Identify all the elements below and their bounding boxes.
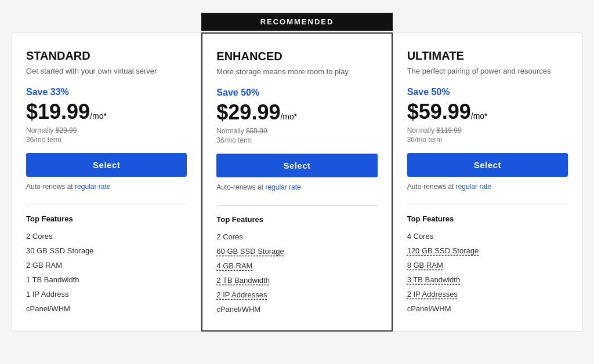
price-row-enhanced: $29.99 /mo*: [216, 100, 377, 125]
plan-description-ultimate: The perfect pairing of power and resourc…: [407, 66, 568, 77]
save-text-enhanced: Save 50%: [216, 88, 377, 98]
select-button-enhanced[interactable]: Select: [216, 154, 377, 177]
feature-item-enhanced-0: 2 Cores: [216, 230, 377, 244]
auto-renews-enhanced: Auto-renews at regular rate: [216, 183, 377, 191]
feature-item-standard-4: 1 IP Address: [26, 287, 187, 301]
feature-item-enhanced-4[interactable]: 2 IP Addresses: [216, 287, 377, 302]
select-button-standard[interactable]: Select: [26, 153, 187, 177]
feature-item-enhanced-1[interactable]: 60 GB SSD Storage: [216, 244, 377, 259]
feature-item-ultimate-5: cPanel/WHM: [407, 301, 568, 316]
top-features-label-ultimate: Top Features: [407, 214, 568, 223]
feature-item-standard-0: 2 Cores: [26, 229, 187, 243]
price-row-standard: $19.99 /mo*: [26, 100, 187, 124]
price-normal-enhanced: Normally $59.99: [216, 127, 377, 135]
plan-name-ultimate: ULTIMATE: [407, 49, 568, 63]
regular-rate-link-enhanced[interactable]: regular rate: [265, 183, 300, 191]
price-suffix-ultimate: /mo*: [471, 111, 488, 121]
plan-card-enhanced: RECOMMENDED ENHANCED More storage means …: [201, 32, 392, 332]
price-term-enhanced: 36/mo term: [216, 136, 377, 144]
regular-rate-link-ultimate[interactable]: regular rate: [456, 183, 491, 191]
plan-description-enhanced: More storage means more room to play: [216, 67, 377, 77]
top-features-label-standard: Top Features: [26, 214, 187, 223]
auto-renews-standard: Auto-renews at regular rate: [26, 183, 187, 191]
save-text-ultimate: Save 50%: [407, 87, 568, 97]
plan-description-standard: Get started with your own virtual server: [26, 66, 187, 77]
feature-item-ultimate-1[interactable]: 120 GB SSD Storage: [407, 243, 568, 258]
price-term-ultimate: 36/mo term: [407, 136, 568, 144]
feature-item-ultimate-2[interactable]: 8 GB RAM: [407, 258, 568, 272]
select-button-ultimate[interactable]: Select: [407, 153, 568, 177]
price-normal-ultimate: Normally $119.99: [407, 126, 568, 134]
divider-standard: [26, 205, 187, 205]
pricing-container: STANDARD Get started with your own virtu…: [12, 32, 582, 332]
feature-item-ultimate-0: 4 Cores: [407, 229, 568, 243]
divider-ultimate: [407, 205, 568, 205]
feature-item-enhanced-5: cPanel/WHM: [216, 302, 377, 316]
feature-item-ultimate-4[interactable]: 2 IP Addresses: [407, 287, 568, 301]
feature-item-standard-3: 1 TB Bandwidth: [26, 272, 187, 287]
plan-name-standard: STANDARD: [26, 49, 187, 63]
top-features-label-enhanced: Top Features: [216, 215, 377, 224]
auto-renews-ultimate: Auto-renews at regular rate: [407, 183, 568, 191]
plan-card-standard: STANDARD Get started with your own virtu…: [12, 32, 201, 332]
save-text-standard: Save 33%: [26, 87, 187, 97]
feature-item-standard-1: 30 GB SSD Storage: [26, 243, 187, 258]
feature-item-enhanced-2[interactable]: 4 GB RAM: [216, 259, 377, 273]
price-main-standard: $19.99: [26, 100, 90, 124]
feature-item-standard-2: 2 GB RAM: [26, 258, 187, 272]
original-price-standard: $29.99: [56, 126, 77, 134]
regular-rate-link-standard[interactable]: regular rate: [75, 183, 110, 191]
recommended-badge: RECOMMENDED: [201, 13, 392, 31]
feature-item-enhanced-3[interactable]: 2 TB Bandwidth: [216, 273, 377, 287]
feature-item-standard-5: cPanel/WHM: [26, 301, 187, 316]
original-price-enhanced: $59.99: [246, 127, 267, 135]
divider-enhanced: [216, 205, 377, 206]
plan-card-ultimate: ULTIMATE The perfect pairing of power an…: [393, 32, 582, 332]
original-price-ultimate: $119.99: [436, 126, 461, 134]
price-suffix-standard: /mo*: [90, 111, 107, 121]
price-term-standard: 36/mo term: [26, 136, 187, 144]
price-normal-standard: Normally $29.99: [26, 126, 187, 134]
price-suffix-enhanced: /mo*: [280, 112, 297, 121]
plan-name-enhanced: ENHANCED: [216, 50, 377, 63]
price-row-ultimate: $59.99 /mo*: [407, 100, 568, 124]
price-main-ultimate: $59.99: [407, 100, 471, 124]
feature-item-ultimate-3[interactable]: 3 TB Bandwidth: [407, 272, 568, 287]
price-main-enhanced: $29.99: [216, 100, 280, 125]
